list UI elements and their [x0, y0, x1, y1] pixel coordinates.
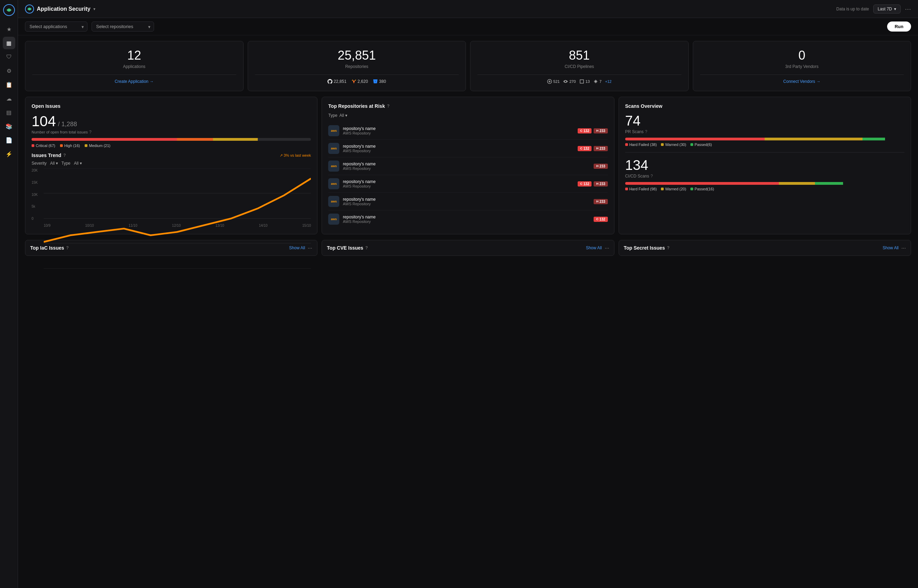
repo-item-1[interactable]: aws repository's name AWS Repository C 1… — [328, 122, 607, 140]
cicd-scans-label: CI/CD Scans ? — [625, 174, 905, 179]
sidebar-item-dashboard[interactable]: ▦ — [3, 37, 15, 49]
secret-title-text: Top Secret Issues — [624, 245, 665, 250]
applications-select[interactable]: Select applications — [25, 21, 87, 32]
header-more-button[interactable]: ⋯ — [905, 5, 911, 13]
secret-actions: Show All ⋯ — [882, 246, 906, 250]
type-filter-label: Type — [62, 161, 70, 166]
gitlab-count-value: 2,620 — [358, 79, 368, 84]
header: Application Security ▾ Data is up to dat… — [18, 0, 918, 18]
cicd-passed-bar — [815, 182, 843, 185]
repo-item-6[interactable]: aws repository's name AWS Repository C 1… — [328, 210, 607, 228]
badge-high-2: H 233 — [594, 146, 607, 151]
repositories-select[interactable]: Select repositories — [92, 21, 154, 32]
cicd-scans-legend: Hard Failed (98) Warned (20) Passed(16) — [625, 187, 905, 191]
cicd-hard-failed-legend: Hard Failed (98) — [625, 187, 657, 191]
run-button[interactable]: Run — [887, 21, 911, 32]
repo-item-2[interactable]: aws repository's name AWS Repository C 1… — [328, 140, 607, 157]
cicd-scans-section: 134 CI/CD Scans ? Hard Failed (98) — [625, 157, 905, 191]
legend-high-dot — [60, 144, 63, 147]
pr-scans-bar — [625, 137, 905, 141]
severity-filter[interactable]: All ▾ — [50, 161, 58, 166]
cve-title-text: Top CVE Issues — [327, 245, 363, 250]
legend-critical-dot — [32, 144, 34, 147]
cicd-scans-bar — [625, 182, 905, 185]
repo-badges-6: C 132 — [594, 217, 607, 222]
repo-logo-6: aws — [328, 213, 339, 225]
pr-scans-help-icon[interactable]: ? — [645, 129, 648, 134]
repositories-select-wrapper: Select repositories — [92, 21, 154, 32]
top-repos-title: Top Repositories at Risk ? — [328, 103, 607, 109]
sidebar-item-integrations[interactable]: ⚡ — [3, 148, 15, 160]
create-application-link[interactable]: Create Application → — [32, 79, 236, 84]
pr-scans-legend: Hard Failed (38) Warned (30) Passed(6) — [625, 142, 905, 147]
pr-hard-failed-label: Hard Failed (38) — [629, 142, 657, 147]
cicd-warned-dot — [661, 187, 664, 191]
pr-warned-bar — [765, 137, 863, 141]
sidebar-item-docs[interactable]: 📄 — [3, 134, 15, 146]
sidebar-item-settings[interactable]: ⚙ — [3, 65, 15, 77]
vendors-label: 3rd Party Vendors — [700, 64, 904, 69]
pr-passed-label: Passed(6) — [695, 142, 712, 147]
repos-type-select[interactable]: All ▾ — [339, 113, 347, 118]
badge-high-4: H 233 — [594, 181, 607, 187]
time-filter-button[interactable]: Last 7D ▾ — [873, 5, 901, 13]
pr-passed-bar — [863, 137, 885, 141]
pr-passed-dot — [690, 143, 693, 146]
cicd-label: CI/CD Pipelines — [478, 64, 682, 69]
repo-item-5[interactable]: aws repository's name AWS Repository H 2… — [328, 193, 607, 210]
secret-show-all[interactable]: Show All — [882, 246, 899, 250]
sidebar-item-cloud[interactable]: ☁ — [3, 92, 15, 105]
github-count: 22,851 — [327, 79, 346, 84]
top-repos-help-icon[interactable]: ? — [387, 103, 389, 108]
link-icon — [547, 79, 552, 84]
repo-info-6: repository's name AWS Repository — [343, 215, 590, 224]
github-count-value: 22,851 — [334, 79, 346, 84]
cicd-count-2: 270 — [569, 79, 576, 84]
sidebar-item-reports[interactable]: 📋 — [3, 78, 15, 91]
top-cve-card: Top CVE Issues ? Show All ⋯ — [322, 240, 614, 256]
repo-name-6: repository's name — [343, 215, 590, 220]
cicd-scans-help-icon[interactable]: ? — [651, 174, 653, 179]
cicd-card: 851 CI/CD Pipelines 521 270 13 — [470, 41, 689, 91]
cve-show-all[interactable]: Show All — [586, 246, 602, 250]
repo-item-4[interactable]: aws repository's name AWS Repository C 1… — [328, 175, 607, 193]
secret-help-icon[interactable]: ? — [667, 246, 669, 250]
sidebar-item-home[interactable]: ★ — [3, 23, 15, 36]
bitbucket-count-value: 380 — [379, 79, 386, 84]
repo-logo-4: aws — [328, 178, 339, 189]
open-issues-desc: Number of open from total issues ? — [32, 130, 311, 134]
scans-overview-card: Scans Overview 74 PR Scans ? — [618, 97, 911, 234]
repo-badges-4: C 132 H 233 — [578, 181, 607, 187]
open-issues-number: 104 / 1,288 — [32, 113, 311, 130]
cicd-count-3: 13 — [586, 79, 590, 84]
repos-type-label: Type — [328, 113, 337, 118]
pr-warned-label: Warned (30) — [665, 142, 686, 147]
vendors-card: 0 3rd Party Vendors Connect Vendors → — [693, 41, 912, 91]
cicd-warned-legend: Warned (20) — [661, 187, 686, 191]
sidebar-item-layers[interactable]: 📚 — [3, 120, 15, 132]
cve-help-icon[interactable]: ? — [365, 246, 368, 250]
repo-type-1: AWS Repository — [343, 131, 574, 135]
repo-type-5: AWS Repository — [343, 202, 590, 206]
connect-vendors-link[interactable]: Connect Vendors → — [700, 79, 904, 84]
sidebar-item-grid[interactable]: ▤ — [3, 106, 15, 119]
open-issues-title: Open Issues — [32, 103, 311, 109]
open-issues-help-icon[interactable]: ? — [89, 130, 92, 134]
cve-more-button[interactable]: ⋯ — [605, 246, 609, 250]
secret-more-button[interactable]: ⋯ — [901, 246, 906, 250]
legend-high: High (16) — [60, 144, 80, 148]
eye-icon — [563, 79, 568, 84]
sidebar-item-security[interactable]: 🛡 — [3, 51, 15, 63]
title-chevron[interactable]: ▾ — [93, 6, 96, 11]
svg-rect-4 — [580, 80, 584, 83]
cicd-scans-label-text: CI/CD Scans — [625, 174, 649, 179]
box-icon — [580, 79, 584, 84]
cve-title: Top CVE Issues ? — [327, 245, 368, 250]
type-filter[interactable]: All ▾ — [74, 161, 82, 166]
pr-scans-section: 74 PR Scans ? Hard Failed (38) — [625, 113, 905, 147]
pr-hard-failed-legend: Hard Failed (38) — [625, 142, 657, 147]
issues-trend-help-icon[interactable]: ? — [63, 153, 66, 158]
top-repos-title-text: Top Repositories at Risk — [328, 103, 385, 109]
time-filter-chevron: ▾ — [894, 6, 896, 11]
repo-item-3[interactable]: aws repository's name AWS Repository H 2… — [328, 157, 607, 175]
